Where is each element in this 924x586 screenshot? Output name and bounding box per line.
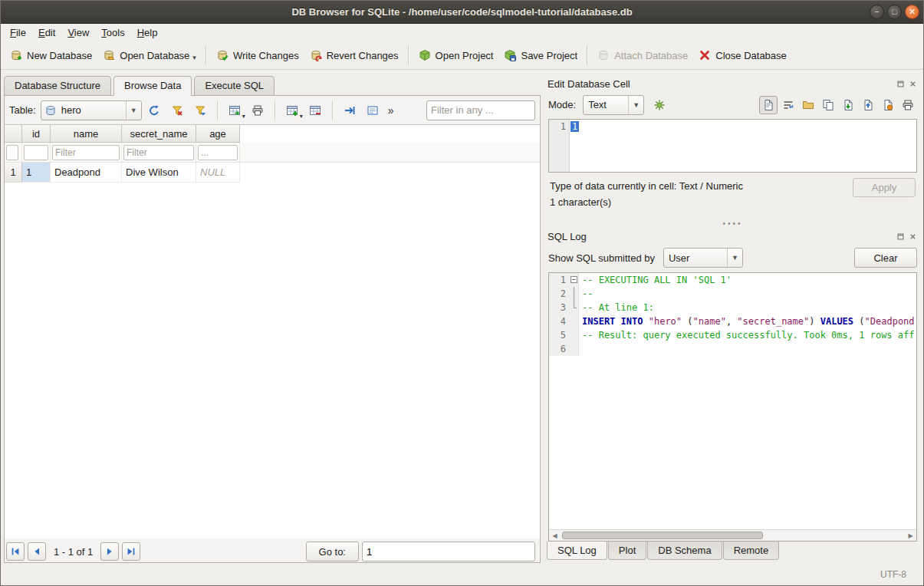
write-changes-button[interactable]: Write Changes — [211, 45, 304, 65]
close-button[interactable]: ✕ — [905, 5, 919, 19]
dock-float-icon[interactable] — [896, 79, 906, 89]
mode-select[interactable]: Text ▼ — [583, 95, 644, 115]
scroll-right-icon[interactable]: ▶ — [905, 530, 916, 541]
sql-log-area[interactable]: 1−-- EXECUTING ALL IN 'SQL 1'2--3-- At l… — [548, 272, 917, 542]
fold-marker[interactable]: − — [569, 273, 579, 287]
table-label: Table: — [9, 104, 36, 116]
delete-record-button[interactable] — [305, 100, 326, 120]
dropdown-arrow-icon[interactable]: ▾ — [192, 54, 196, 61]
dock-splitter-handle[interactable]: •••• — [545, 219, 920, 229]
menu-item-view[interactable]: View — [61, 25, 95, 40]
filter-cell — [22, 143, 51, 162]
grid-header-row: idnamesecret_nameage — [5, 125, 540, 143]
cell-age[interactable]: NULL — [196, 163, 240, 183]
filter-corner-input[interactable] — [6, 145, 18, 160]
edit-record-button[interactable] — [363, 100, 383, 120]
clear-log-button[interactable]: Clear — [854, 248, 917, 268]
grid-corner[interactable] — [5, 125, 22, 143]
filter-input-secret_name[interactable] — [123, 145, 194, 160]
tab-database-structure[interactable]: Database Structure — [4, 76, 111, 96]
row-header[interactable]: 1 — [5, 163, 22, 183]
cell-name[interactable]: Deadpond — [51, 163, 122, 183]
sql-text: -- At line 1: — [579, 301, 654, 314]
minimize-button[interactable]: − — [870, 5, 884, 19]
export-table-button[interactable]: ▾ — [225, 100, 245, 120]
edit-cell-toolbar: Mode: Text ▼ — [545, 92, 920, 117]
maximize-button[interactable]: □ — [887, 5, 902, 19]
apply-button[interactable]: Apply — [853, 178, 916, 197]
auto-format-button[interactable] — [649, 95, 669, 115]
jump-to-record-button[interactable] — [340, 100, 360, 120]
revert-changes-button[interactable]: Revert Changes — [304, 45, 404, 65]
text-mode-button[interactable] — [759, 96, 778, 114]
pagination-bar: 1 - 1 of 1 Go to: — [5, 538, 540, 562]
scroll-left-icon[interactable]: ◀ — [549, 530, 561, 541]
clear-filters-button[interactable] — [167, 100, 188, 120]
record-range-label: 1 - 1 of 1 — [49, 546, 97, 558]
print-table-button[interactable] — [248, 100, 268, 120]
filter-input-age[interactable] — [198, 145, 238, 160]
sql-log-lines: 1−-- EXECUTING ALL IN 'SQL 1'2--3-- At l… — [549, 273, 916, 529]
menu-item-tools[interactable]: Tools — [95, 25, 130, 40]
column-header-secret_name[interactable]: secret_name — [122, 125, 196, 143]
tab-execute-sql[interactable]: Execute SQL — [194, 76, 275, 96]
table-select[interactable]: hero ▼ — [41, 100, 142, 120]
filter-any-input[interactable] — [426, 100, 535, 120]
dropdown-arrow-icon[interactable]: ▾ — [242, 113, 245, 120]
refresh-button[interactable] — [144, 100, 165, 120]
insert-record-button[interactable]: ▾ — [282, 100, 303, 120]
next-record-button[interactable] — [100, 542, 119, 561]
menu-item-file[interactable]: File — [4, 25, 32, 40]
browse-toolbar: Table: hero ▼ ▾▾» — [5, 96, 540, 124]
toolbar-separator — [206, 46, 207, 64]
goto-button[interactable]: Go to: — [306, 542, 359, 561]
cell-id[interactable]: 1 — [22, 163, 51, 183]
filter-input-id[interactable] — [24, 145, 48, 160]
bottom-tab-remote[interactable]: Remote — [723, 542, 780, 560]
data-grid[interactable]: idnamesecret_nameage 11DeadpondDive Wils… — [5, 124, 540, 538]
cell-secret_name[interactable]: Dive Wilson — [122, 163, 196, 183]
horizontal-scrollbar[interactable]: ◀ ▶ — [549, 529, 916, 541]
dock-close-icon[interactable] — [908, 232, 918, 242]
column-header-id[interactable]: id — [22, 125, 51, 143]
toolbar-overflow-chevron[interactable]: » — [386, 104, 396, 117]
tab-browse-data[interactable]: Browse Data — [113, 76, 192, 96]
delete-record-icon — [309, 104, 321, 117]
cell-editor[interactable]: 1 1 — [548, 119, 917, 173]
previous-record-button[interactable] — [28, 542, 46, 561]
filter-options-button[interactable] — [190, 100, 211, 120]
copy-cell-button[interactable] — [819, 96, 837, 114]
column-header-name[interactable]: name — [51, 125, 122, 143]
open-database-button[interactable]: Open Database▾ — [97, 45, 202, 65]
print-cell-button[interactable] — [899, 96, 917, 114]
set-null-icon — [882, 99, 894, 111]
bottom-dock-tabs: SQL LogPlotDB SchemaRemote — [545, 542, 920, 563]
filter-input-name[interactable] — [52, 145, 120, 160]
set-null-button[interactable] — [879, 96, 897, 114]
dock-float-icon[interactable] — [896, 232, 906, 242]
export-file-button[interactable] — [859, 96, 877, 114]
new-database-button[interactable]: New Database — [5, 45, 97, 65]
word-wrap-button[interactable] — [779, 96, 797, 114]
open-project-button[interactable]: Open Project — [413, 45, 499, 65]
goto-record-input[interactable] — [362, 542, 535, 561]
last-record-button[interactable] — [122, 542, 140, 561]
open-file-button[interactable] — [799, 96, 817, 114]
titlebar[interactable]: DB Browser for SQLite - /home/user/code/… — [1, 1, 923, 24]
menu-item-edit[interactable]: Edit — [32, 25, 61, 40]
first-record-button[interactable] — [6, 542, 25, 561]
menu-item-help[interactable]: Help — [131, 25, 164, 40]
close-database-button[interactable]: Close Database — [693, 45, 792, 65]
bottom-tab-plot[interactable]: Plot — [608, 542, 646, 560]
attach-database-button: Attach Database — [592, 45, 693, 65]
scrollbar-thumb[interactable] — [562, 532, 763, 539]
sql-source-select[interactable]: User ▼ — [663, 248, 743, 268]
dock-close-icon[interactable] — [908, 79, 918, 89]
import-file-button[interactable] — [839, 96, 857, 114]
save-project-button[interactable]: Save Project — [498, 45, 583, 65]
bottom-tab-db-schema[interactable]: DB Schema — [647, 542, 722, 560]
dropdown-arrow-icon[interactable]: ▾ — [300, 113, 303, 120]
bottom-tab-sql-log[interactable]: SQL Log — [547, 542, 607, 560]
cell-editor-value[interactable]: 1 — [571, 121, 579, 132]
column-header-age[interactable]: age — [196, 125, 240, 143]
